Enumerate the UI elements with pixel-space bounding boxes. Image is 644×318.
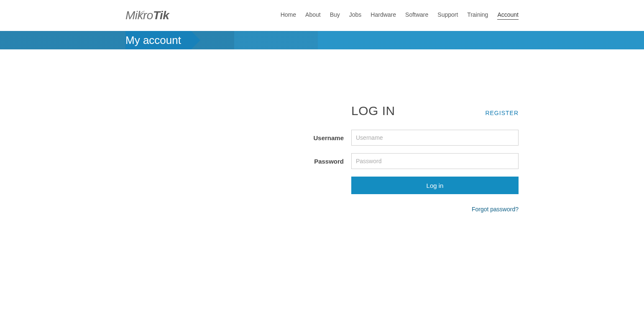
nav-software[interactable]: Software [405,11,428,20]
brand-text-part2: Tik [153,9,169,22]
username-label: Username [217,134,351,141]
page-title: My account [125,34,181,47]
login-heading: LOG IN [351,104,395,118]
nav-jobs[interactable]: Jobs [349,11,362,20]
brand-waves-icon [139,6,148,20]
brand-logo[interactable]: MikroTik [125,9,169,22]
nav-support[interactable]: Support [437,11,458,20]
login-button[interactable]: Log in [351,177,519,194]
nav-about[interactable]: About [305,11,321,20]
top-nav: Home About Buy Jobs Hardware Software Su… [281,11,519,20]
register-link[interactable]: REGISTER [485,110,519,116]
nav-training[interactable]: Training [467,11,488,20]
nav-buy[interactable]: Buy [330,11,340,20]
page-title-bar: My account [0,31,644,49]
nav-hardware[interactable]: Hardware [371,11,396,20]
password-input[interactable] [351,153,519,169]
nav-account[interactable]: Account [497,11,519,20]
password-label: Password [217,158,351,165]
forgot-password-link[interactable]: Forgot password? [472,206,519,213]
nav-home[interactable]: Home [281,11,296,20]
username-input[interactable] [351,130,519,146]
